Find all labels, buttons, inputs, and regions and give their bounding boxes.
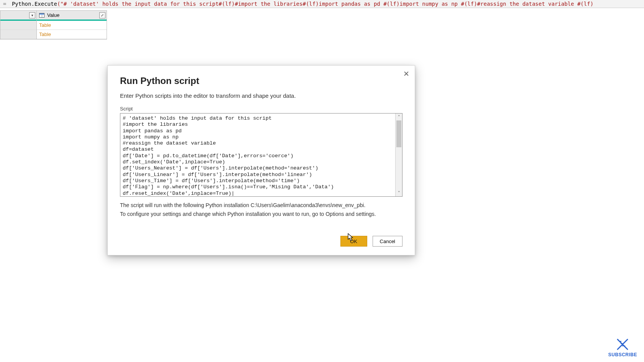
expand-column-button[interactable]: ⤢ bbox=[99, 12, 105, 18]
subscribe-badge[interactable]: SUBSCRIBE bbox=[608, 338, 637, 357]
python-install-info: The script will run with the following P… bbox=[120, 201, 402, 209]
scroll-up-arrow[interactable]: ˄ bbox=[396, 114, 402, 120]
column-header-label: Value bbox=[47, 12, 59, 18]
subscribe-label: SUBSCRIBE bbox=[608, 352, 637, 357]
dialog-title: Run Python script bbox=[120, 76, 402, 86]
table-row[interactable]: Table bbox=[37, 30, 107, 39]
script-editor-container: ˄ ˅ bbox=[120, 113, 402, 197]
table-options-dropdown[interactable]: ▾ bbox=[29, 12, 35, 18]
row-index-cell bbox=[0, 21, 36, 30]
run-python-script-dialog: ✕ Run Python script Enter Python scripts… bbox=[107, 65, 415, 255]
dna-helix-icon bbox=[615, 338, 630, 351]
ok-button[interactable]: OK bbox=[340, 236, 367, 247]
close-button[interactable]: ✕ bbox=[403, 69, 409, 78]
column-header-value[interactable]: Value ⤢ bbox=[37, 11, 107, 21]
cancel-button[interactable]: Cancel bbox=[373, 236, 402, 247]
formula-equals: = bbox=[3, 1, 6, 7]
dialog-subtitle: Enter Python scripts into the editor to … bbox=[120, 92, 402, 99]
scroll-down-arrow[interactable]: ˅ bbox=[396, 189, 402, 196]
python-config-info: To configure your settings and change wh… bbox=[120, 210, 402, 218]
script-label: Script bbox=[120, 106, 402, 112]
scroll-thumb[interactable] bbox=[396, 120, 401, 147]
script-input[interactable] bbox=[120, 114, 395, 196]
table-row[interactable]: Table bbox=[37, 21, 107, 30]
row-index-cell bbox=[0, 30, 36, 39]
table-type-icon bbox=[39, 13, 44, 18]
formula-arg: ("# 'dataset' holds the input data for t… bbox=[57, 1, 593, 7]
formula-bar[interactable]: = Python.Execute("# 'dataset' holds the … bbox=[0, 0, 644, 8]
row-index-column: ▾ bbox=[0, 10, 37, 39]
formula-func: Python.Execute bbox=[12, 1, 57, 7]
scrollbar[interactable]: ˄ ˅ bbox=[395, 114, 402, 196]
query-preview-table: ▾ Value ⤢ Table Table bbox=[0, 10, 644, 39]
